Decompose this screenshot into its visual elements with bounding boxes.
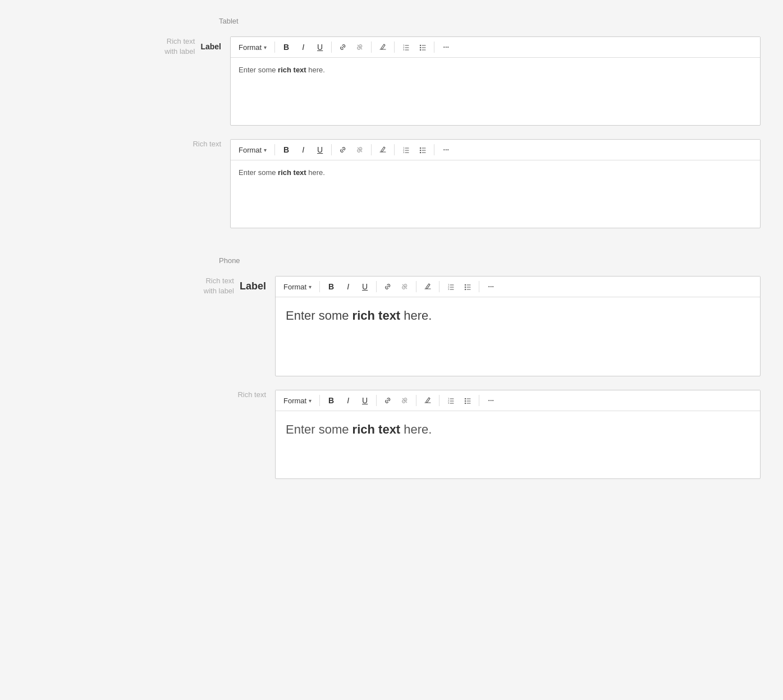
unordered-list-icon bbox=[463, 396, 472, 405]
more-button[interactable]: ··· bbox=[483, 393, 498, 408]
link-button[interactable] bbox=[335, 142, 351, 158]
unordered-list-button[interactable] bbox=[415, 142, 431, 158]
unlink-icon bbox=[355, 43, 364, 52]
divider bbox=[439, 281, 439, 292]
unlink-icon bbox=[355, 145, 364, 154]
ordered-list-icon: 1 2 3 bbox=[446, 396, 455, 405]
bold-button[interactable]: B bbox=[278, 142, 294, 158]
phone-rich-text-desc: Rich text bbox=[199, 390, 266, 400]
phone-rich-text-with-label-toolbar: Format ▾ B I U bbox=[276, 277, 760, 297]
unlink-icon bbox=[400, 396, 409, 405]
page-wrapper: Tablet Rich textwith label Label Format … bbox=[0, 17, 783, 479]
tablet-rich-text-toolbar: Format ▾ B I U bbox=[231, 140, 760, 160]
divider bbox=[331, 144, 332, 155]
tablet-rich-text-with-label-editor: Format ▾ B I U bbox=[230, 36, 761, 126]
phone-rich-text-with-label-rich-editor: Format ▾ B I U bbox=[275, 276, 761, 376]
unordered-list-icon bbox=[418, 43, 427, 52]
tablet-rich-text-row: Rich text Format ▾ B I U bbox=[22, 139, 761, 228]
tablet-rich-text-editor: Format ▾ B I U bbox=[230, 139, 761, 228]
link-button[interactable] bbox=[380, 393, 396, 408]
divider bbox=[479, 395, 479, 406]
italic-button[interactable]: I bbox=[340, 393, 356, 408]
more-button[interactable]: ··· bbox=[438, 142, 454, 158]
phone-format-dropdown-1[interactable]: Format ▾ bbox=[279, 281, 316, 293]
unlink-button[interactable] bbox=[352, 142, 368, 158]
divider bbox=[376, 281, 377, 292]
italic-button[interactable]: I bbox=[340, 279, 356, 294]
unordered-list-button[interactable] bbox=[460, 393, 475, 408]
phone-rich-text-toolbar: Format ▾ B I U bbox=[276, 390, 760, 411]
divider bbox=[371, 144, 372, 155]
link-icon bbox=[338, 145, 347, 154]
underline-button[interactable]: U bbox=[312, 142, 328, 158]
divider bbox=[439, 395, 439, 406]
ordered-list-button[interactable]: 1 2 3 bbox=[398, 39, 414, 55]
placeholder-text: Enter some rich text here. bbox=[286, 308, 432, 323]
phone-rich-text-rich-editor: Format ▾ B I U bbox=[275, 390, 761, 479]
tablet-format-dropdown-1[interactable]: Format ▾ bbox=[234, 42, 271, 53]
highlight-button[interactable] bbox=[375, 142, 391, 158]
link-button[interactable] bbox=[380, 279, 396, 294]
italic-button[interactable]: I bbox=[295, 39, 311, 55]
tablet-label-area: Rich textwith label Label bbox=[22, 36, 230, 57]
ordered-list-button[interactable]: 1 2 3 bbox=[443, 279, 459, 294]
divider bbox=[434, 42, 434, 53]
unordered-list-button[interactable] bbox=[415, 39, 431, 55]
highlight-button[interactable] bbox=[420, 393, 436, 408]
svg-text:3: 3 bbox=[448, 288, 450, 291]
highlight-icon bbox=[378, 43, 387, 52]
unlink-button[interactable] bbox=[397, 393, 413, 408]
bold-button[interactable]: B bbox=[278, 39, 294, 55]
italic-button[interactable]: I bbox=[295, 142, 311, 158]
highlight-icon bbox=[378, 145, 387, 154]
svg-point-51 bbox=[465, 403, 466, 404]
unordered-list-button[interactable] bbox=[460, 279, 475, 294]
unlink-button[interactable] bbox=[352, 39, 368, 55]
link-icon bbox=[338, 43, 347, 52]
more-button[interactable]: ··· bbox=[438, 39, 454, 55]
phone-rich-text-label-area: Rich text bbox=[22, 390, 275, 400]
tablet-rich-text-with-label-rich-editor: Format ▾ B I U bbox=[230, 36, 761, 126]
tablet-format-dropdown-2[interactable]: Format ▾ bbox=[234, 144, 271, 156]
tablet-rich-text-with-label-body[interactable]: Enter some rich text here. bbox=[231, 58, 760, 125]
highlight-button[interactable] bbox=[420, 279, 436, 294]
divider bbox=[394, 144, 395, 155]
svg-point-38 bbox=[465, 289, 466, 290]
divider bbox=[371, 42, 372, 53]
chevron-down-icon: ▾ bbox=[309, 398, 312, 404]
underline-button[interactable]: U bbox=[312, 39, 328, 55]
divider bbox=[394, 42, 395, 53]
divider bbox=[434, 144, 434, 155]
tablet-rich-text-body[interactable]: Enter some rich text here. bbox=[231, 160, 760, 228]
ordered-list-icon: 1 2 3 bbox=[446, 282, 455, 291]
divider bbox=[479, 281, 479, 292]
svg-point-36 bbox=[465, 284, 466, 285]
highlight-icon bbox=[423, 282, 432, 291]
phone-field-label: Label bbox=[240, 280, 266, 292]
phone-rich-text-with-label-body[interactable]: Enter some rich text here. bbox=[276, 297, 760, 376]
phone-label-area: Rich textwith label Label bbox=[22, 276, 275, 296]
chevron-down-icon: ▾ bbox=[264, 44, 267, 50]
unordered-list-icon bbox=[418, 145, 427, 154]
more-button[interactable]: ··· bbox=[483, 279, 498, 294]
phone-rich-text-body[interactable]: Enter some rich text here. bbox=[276, 411, 760, 478]
placeholder-text: Enter some rich text here. bbox=[286, 422, 432, 436]
unlink-button[interactable] bbox=[397, 279, 413, 294]
phone-rich-text-editor: Format ▾ B I U bbox=[275, 390, 761, 479]
bold-button[interactable]: B bbox=[323, 279, 339, 294]
svg-text:3: 3 bbox=[448, 402, 450, 404]
tablet-rich-text-desc: Rich text bbox=[154, 139, 221, 149]
svg-point-10 bbox=[420, 45, 421, 46]
underline-button[interactable]: U bbox=[357, 393, 373, 408]
divider bbox=[416, 395, 416, 406]
underline-button[interactable]: U bbox=[357, 279, 373, 294]
chevron-down-icon: ▾ bbox=[309, 284, 312, 290]
ordered-list-button[interactable]: 1 2 3 bbox=[443, 393, 459, 408]
ordered-list-button[interactable]: 1 2 3 bbox=[398, 142, 414, 158]
link-button[interactable] bbox=[335, 39, 351, 55]
phone-format-dropdown-2[interactable]: Format ▾ bbox=[279, 395, 316, 407]
link-icon bbox=[383, 396, 392, 405]
divider bbox=[376, 395, 377, 406]
highlight-button[interactable] bbox=[375, 39, 391, 55]
bold-button[interactable]: B bbox=[323, 393, 339, 408]
